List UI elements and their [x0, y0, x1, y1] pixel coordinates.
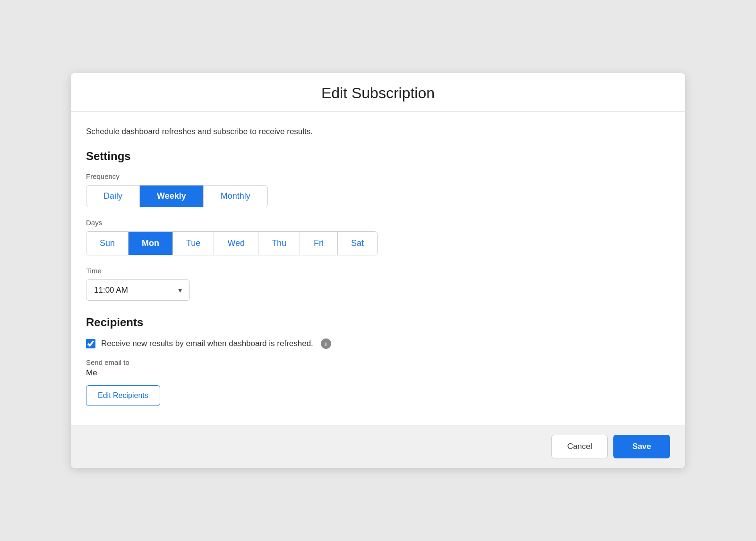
time-field: Time 12:00 AM 1:00 AM 2:00 AM 3:00 AM 4:…	[86, 267, 670, 301]
frequency-daily-button[interactable]: Daily	[86, 186, 140, 207]
time-label: Time	[86, 267, 670, 275]
cancel-button[interactable]: Cancel	[551, 435, 608, 458]
save-button[interactable]: Save	[613, 435, 670, 458]
day-wed-button[interactable]: Wed	[214, 232, 258, 255]
recipients-section: Recipients Receive new results by email …	[86, 316, 670, 406]
days-button-group: Sun Mon Tue Wed Thu Fri Sat	[86, 231, 378, 255]
time-select[interactable]: 12:00 AM 1:00 AM 2:00 AM 3:00 AM 4:00 AM…	[86, 279, 190, 301]
frequency-field: Frequency Daily Weekly Monthly	[86, 172, 670, 207]
modal-header: Edit Subscription	[71, 73, 685, 112]
days-field: Days Sun Mon Tue Wed Thu Fri Sat	[86, 219, 670, 255]
checkbox-row: Receive new results by email when dashbo…	[86, 338, 670, 349]
checkbox-label-text: Receive new results by email when dashbo…	[101, 339, 313, 348]
recipients-section-title: Recipients	[86, 316, 670, 329]
settings-section-title: Settings	[86, 150, 670, 163]
email-results-checkbox[interactable]	[86, 339, 95, 348]
day-sun-button[interactable]: Sun	[86, 232, 129, 255]
settings-section: Settings Frequency Daily Weekly Monthly …	[86, 150, 670, 301]
modal-footer: Cancel Save	[71, 425, 685, 468]
frequency-weekly-button[interactable]: Weekly	[140, 186, 204, 207]
day-tue-button[interactable]: Tue	[173, 232, 214, 255]
modal-body: Schedule dashboard refreshes and subscri…	[71, 112, 685, 425]
send-email-label: Send email to	[86, 358, 670, 366]
edit-recipients-button[interactable]: Edit Recipients	[86, 385, 160, 406]
send-email-value: Me	[86, 368, 670, 378]
frequency-monthly-button[interactable]: Monthly	[204, 186, 267, 207]
day-thu-button[interactable]: Thu	[258, 232, 300, 255]
description-text: Schedule dashboard refreshes and subscri…	[86, 127, 670, 136]
day-fri-button[interactable]: Fri	[300, 232, 338, 255]
day-mon-button[interactable]: Mon	[129, 232, 173, 255]
modal-title: Edit Subscription	[86, 85, 670, 102]
frequency-label: Frequency	[86, 172, 670, 180]
time-select-wrapper: 12:00 AM 1:00 AM 2:00 AM 3:00 AM 4:00 AM…	[86, 279, 190, 301]
day-sat-button[interactable]: Sat	[338, 232, 377, 255]
days-label: Days	[86, 219, 670, 227]
frequency-button-group: Daily Weekly Monthly	[86, 185, 268, 207]
edit-subscription-modal: Edit Subscription Schedule dashboard ref…	[71, 73, 685, 468]
info-icon[interactable]: i	[321, 338, 331, 349]
